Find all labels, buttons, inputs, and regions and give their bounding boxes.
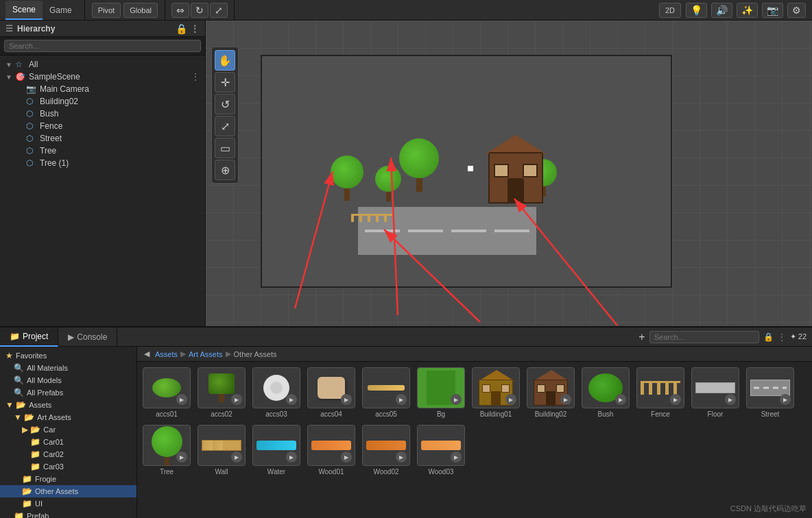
asset-street[interactable]: ▶ Street	[746, 367, 794, 418]
scene-more-icon[interactable]: ⋮	[191, 72, 200, 82]
play-btn[interactable]: ▶	[286, 452, 297, 463]
tree-item-main-camera[interactable]: 📷 Main Camera	[0, 83, 205, 95]
tree-item-building02[interactable]: ⬡ Building02	[0, 95, 205, 108]
game-tab[interactable]: Game	[43, 1, 79, 20]
asset-accs02[interactable]: ▶ accs02	[198, 367, 246, 418]
play-btn[interactable]: ▶	[725, 394, 736, 405]
sidebar-car02[interactable]: 📁 Car02	[0, 448, 136, 460]
asset-building01[interactable]: ▶ Building01	[472, 367, 520, 418]
sidebar-car[interactable]: ▶ 📂 Car	[0, 423, 136, 436]
sidebar-art-assets[interactable]: ▼ 📂 Art Assets	[0, 411, 136, 423]
play-btn[interactable]: ▶	[780, 394, 791, 405]
play-btn[interactable]: ▶	[451, 394, 462, 405]
sidebar-prefab[interactable]: 📁 Prefab	[0, 510, 136, 518]
camera-icon-btn[interactable]: 📷	[762, 3, 783, 18]
asset-water[interactable]: ▶ Water	[252, 425, 300, 476]
scale-tool-btn[interactable]: ⤢	[210, 3, 228, 18]
lock-icon[interactable]: 🔒	[763, 332, 774, 342]
assets-area: ◀ Assets ▶ Art Assets ▶ Other Assets ▶	[137, 347, 812, 518]
asset-wood03[interactable]: ▶ Wood03	[417, 425, 465, 476]
asset-accs05[interactable]: ▶ accs05	[362, 367, 410, 418]
rotate-tool-btn[interactable]: ↻	[191, 3, 208, 18]
move-tool[interactable]: ✛	[215, 72, 235, 92]
custom-tool[interactable]: ⊕	[215, 160, 235, 180]
effects-icon-btn[interactable]: ✨	[737, 3, 758, 18]
audio-icon-btn[interactable]: 🔊	[711, 3, 732, 18]
asset-wood01[interactable]: ▶ Wood01	[307, 425, 355, 476]
play-btn[interactable]: ▶	[341, 452, 352, 463]
asset-thumb-wall: ▶	[198, 425, 246, 466]
light-icon-btn[interactable]: 💡	[686, 3, 707, 18]
play-btn[interactable]: ▶	[286, 394, 297, 405]
play-btn[interactable]: ▶	[505, 394, 516, 405]
hierarchy-search-input[interactable]	[4, 40, 201, 52]
play-btn[interactable]: ▶	[670, 394, 681, 405]
rect-tool[interactable]: ▭	[215, 138, 235, 158]
scene-view[interactable]: ✋ ✛ ↺ ⤢ ▭ ⊕	[206, 21, 812, 326]
asset-accs03[interactable]: ▶ accs03	[252, 367, 300, 418]
asset-floor[interactable]: ▶ Floor	[691, 367, 739, 418]
play-btn[interactable]: ▶	[176, 452, 187, 463]
tree-label-street: Street	[40, 134, 62, 143]
asset-label-fence: Fence	[651, 410, 670, 418]
asset-label-street: Street	[761, 410, 780, 418]
play-btn[interactable]: ▶	[231, 394, 242, 405]
play-btn[interactable]: ▶	[615, 394, 626, 405]
hierarchy-more-icon[interactable]: ⋮	[190, 23, 200, 34]
asset-bush[interactable]: ▶ Bush	[582, 367, 630, 418]
play-btn[interactable]: ▶	[341, 394, 352, 405]
asset-building02[interactable]: ▶ Building02	[527, 367, 575, 418]
rotate-tool[interactable]: ↺	[215, 94, 235, 114]
play-btn[interactable]: ▶	[560, 394, 571, 405]
play-btn[interactable]: ▶	[396, 452, 407, 463]
pivot-button[interactable]: Pivot	[92, 3, 121, 18]
asset-wall[interactable]: ▶ Wall	[198, 425, 246, 476]
sidebar-frogie[interactable]: 📁 Frogie	[0, 473, 136, 485]
hand-tool[interactable]: ✋	[215, 50, 235, 71]
breadcrumb-art-assets[interactable]: Art Assets	[189, 350, 223, 358]
play-btn[interactable]: ▶	[231, 452, 242, 463]
tree-item-tree[interactable]: ⬡ Tree	[0, 145, 205, 157]
move-tool-btn[interactable]: ⇔	[171, 3, 189, 18]
sidebar-all-prefabs[interactable]: 🔍 All Prefabs	[0, 386, 136, 399]
tree-item-sample-scene[interactable]: ▼ 🎯 SampleScene ⋮	[0, 71, 205, 83]
assets-search-input[interactable]	[649, 331, 759, 343]
tree-item-all[interactable]: ▼ ☆ All	[0, 58, 205, 71]
console-tab[interactable]: ▶ Console	[58, 328, 117, 347]
project-tab[interactable]: 📁 Project	[0, 328, 58, 347]
more-icon[interactable]: ⋮	[778, 332, 786, 342]
play-btn[interactable]: ▶	[451, 452, 462, 463]
play-btn[interactable]: ▶	[176, 394, 187, 405]
sidebar-car01[interactable]: 📁 Car01	[0, 436, 136, 448]
breadcrumb-assets[interactable]: Assets	[155, 350, 178, 358]
gizmos-icon-btn[interactable]: ⚙	[787, 3, 806, 18]
scale-tool[interactable]: ⤢	[215, 116, 235, 136]
asset-fence[interactable]: ▶ Fence	[636, 367, 684, 418]
create-btn[interactable]: +	[638, 331, 645, 343]
sidebar-all-models[interactable]: 🔍 All Models	[0, 374, 136, 386]
sidebar-other-assets[interactable]: 📂 Other Assets	[0, 485, 136, 497]
play-btn[interactable]: ▶	[396, 394, 407, 405]
sidebar-favorites[interactable]: ★ Favorites	[0, 349, 136, 362]
global-button[interactable]: Global	[123, 3, 158, 18]
2d-button[interactable]: 2D	[659, 3, 681, 18]
sidebar-all-materials[interactable]: 🔍 All Materials	[0, 362, 136, 374]
sidebar-ui[interactable]: 📁 UI	[0, 497, 136, 510]
asset-bg[interactable]: ▶ Bg	[417, 367, 465, 418]
asset-wood02[interactable]: ▶ Wood02	[362, 425, 410, 476]
sidebar-assets[interactable]: ▼ 📂 Assets	[0, 399, 136, 411]
tree-item-tree1[interactable]: ⬡ Tree (1)	[0, 157, 205, 169]
asset-accs01[interactable]: ▶ accs01	[143, 367, 191, 418]
breadcrumb-sep2: ▶	[226, 349, 231, 358]
tree-item-fence[interactable]: ⬡ Fence	[0, 120, 205, 132]
hierarchy-lock-icon[interactable]: 🔒	[176, 23, 187, 34]
road-dashes	[365, 230, 529, 232]
tree-item-bush[interactable]: ⬡ Bush	[0, 108, 205, 120]
scene-tab[interactable]: Scene	[5, 1, 43, 20]
breadcrumb-arrow[interactable]: ◀	[144, 349, 150, 358]
asset-tree[interactable]: ▶ Tree	[143, 425, 191, 476]
scene-tree-3	[375, 166, 401, 201]
sidebar-car03[interactable]: 📁 Car03	[0, 460, 136, 473]
asset-accs04[interactable]: ▶ accs04	[307, 367, 355, 418]
tree-item-street[interactable]: ⬡ Street	[0, 132, 205, 145]
